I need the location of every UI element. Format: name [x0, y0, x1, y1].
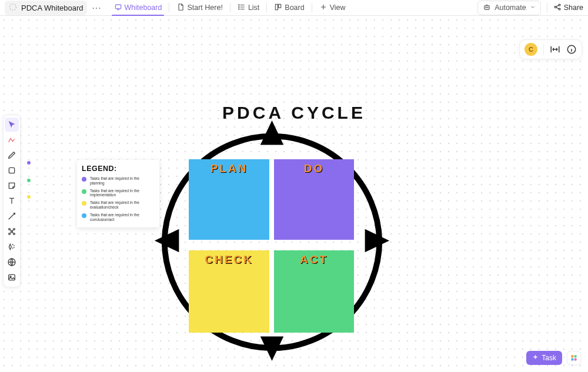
shape-tool[interactable] — [5, 163, 19, 177]
separator — [312, 3, 312, 12]
svg-point-3 — [239, 6, 239, 7]
separator — [543, 43, 544, 55]
svg-point-2 — [239, 4, 239, 5]
legend-dot — [82, 177, 86, 182]
svg-rect-1 — [115, 4, 121, 8]
share-label: Share — [564, 4, 583, 12]
legend-dot — [82, 201, 86, 206]
separator — [547, 3, 547, 12]
quad-label: PLAN — [211, 162, 248, 175]
svg-rect-6 — [279, 4, 281, 8]
new-task-button[interactable]: Task — [526, 351, 562, 365]
svg-point-8 — [486, 7, 486, 8]
document-icon — [176, 3, 185, 13]
whiteboard-toolbar — [3, 115, 21, 287]
magic-tool[interactable] — [5, 240, 19, 254]
document-name: PDCA Whiteboard — [21, 4, 83, 12]
svg-rect-7 — [485, 5, 489, 9]
color-dot-purple — [27, 161, 31, 165]
bottom-right-actions: Task — [526, 351, 581, 365]
mindmap-tool[interactable] — [5, 224, 19, 239]
legend-text: Tasks that are required in the implement… — [90, 189, 155, 198]
chevron-down-icon — [530, 4, 536, 12]
svg-marker-23 — [260, 120, 284, 145]
legend-item: Tasks that are required in the conclusio… — [82, 213, 155, 222]
svg-rect-21 — [9, 274, 15, 280]
tab-start-here[interactable]: Start Here! — [171, 0, 228, 15]
legend-item: Tasks that are required in the planning — [82, 176, 155, 186]
quad-label: DO — [304, 162, 325, 175]
legend-dot — [82, 189, 86, 194]
tab-label: Start Here! — [187, 4, 222, 12]
svg-point-17 — [9, 233, 11, 235]
robot-icon — [483, 3, 491, 13]
tab-label: List — [248, 4, 259, 12]
sticky-tool[interactable] — [5, 179, 19, 193]
tab-whiteboard[interactable]: Whiteboard — [108, 0, 168, 15]
view-tabs: Whiteboard Start Here! List Board — [108, 0, 352, 15]
add-view-button[interactable]: View — [313, 0, 352, 15]
automate-button[interactable]: Automate — [477, 1, 541, 15]
legend-text: Tasks that are required in the conclusio… — [90, 213, 155, 222]
legend-text: Tasks that are required in the planning — [90, 176, 155, 186]
svg-rect-27 — [571, 355, 573, 357]
task-label: Task — [542, 354, 556, 362]
color-dot-green — [27, 179, 31, 182]
svg-point-15 — [9, 229, 11, 230]
quad-label: CHECK — [205, 253, 253, 266]
text-tool[interactable] — [5, 194, 19, 208]
quad-act[interactable]: ACT — [274, 250, 354, 333]
info-button[interactable] — [566, 44, 577, 55]
svg-point-0 — [10, 4, 16, 10]
legend-item: Tasks that are required in the implement… — [82, 189, 155, 198]
quad-check[interactable]: CHECK — [189, 250, 269, 333]
automate-label: Automate — [495, 4, 526, 12]
tab-label: View — [330, 4, 346, 12]
legend-item: Tasks that are required in the evaluatio… — [82, 200, 155, 210]
quad-plan[interactable]: PLAN — [189, 159, 269, 240]
top-bar: PDCA Whiteboard ⋯ Whiteboard Start Here!… — [0, 0, 588, 16]
separator — [169, 3, 169, 12]
diagram-tool[interactable] — [5, 133, 19, 147]
quad-label: ACT — [300, 253, 328, 266]
select-tool[interactable] — [5, 118, 19, 132]
legend-title: LEGEND: — [82, 165, 155, 173]
plus-icon — [532, 354, 539, 362]
tab-list[interactable]: List — [232, 0, 265, 15]
legend-card[interactable]: LEGEND: Tasks that are required in the p… — [77, 160, 159, 227]
plus-icon — [319, 3, 328, 13]
svg-rect-29 — [571, 358, 573, 361]
apps-button[interactable] — [567, 351, 581, 365]
board-icon — [274, 3, 282, 13]
document-chip[interactable]: PDCA Whiteboard — [5, 1, 87, 15]
svg-rect-28 — [574, 355, 577, 357]
svg-rect-30 — [574, 358, 577, 361]
legend-dot — [82, 213, 86, 218]
svg-point-18 — [14, 233, 15, 235]
avatar[interactable]: C — [524, 43, 537, 56]
color-dot-yellow — [27, 195, 31, 199]
share-button[interactable]: Share — [553, 3, 583, 13]
canvas[interactable]: C LEGEND: Tasks that are required in the… — [0, 16, 588, 372]
tab-board[interactable]: Board — [268, 0, 310, 15]
connector-tool[interactable] — [5, 209, 19, 223]
svg-point-4 — [239, 8, 239, 9]
svg-point-9 — [487, 7, 488, 8]
legend-text: Tasks that are required in the evaluatio… — [90, 200, 155, 210]
pen-tool[interactable] — [5, 148, 19, 162]
topbar-right: Automate Share — [477, 1, 583, 15]
list-icon — [238, 3, 246, 13]
web-tool[interactable] — [5, 255, 19, 269]
fit-width-button[interactable] — [550, 44, 560, 55]
image-tool[interactable] — [5, 270, 19, 284]
svg-point-16 — [14, 229, 15, 230]
separator — [266, 3, 267, 12]
pdca-quadrants: PLAN DO CHECK ACT — [189, 159, 354, 332]
whiteboard-icon — [114, 3, 122, 13]
share-icon — [553, 3, 562, 13]
cycle-icon — [8, 2, 18, 14]
quad-do[interactable]: DO — [274, 159, 354, 240]
svg-rect-14 — [9, 167, 14, 173]
separator — [230, 3, 230, 12]
document-options[interactable]: ⋯ — [89, 2, 103, 14]
